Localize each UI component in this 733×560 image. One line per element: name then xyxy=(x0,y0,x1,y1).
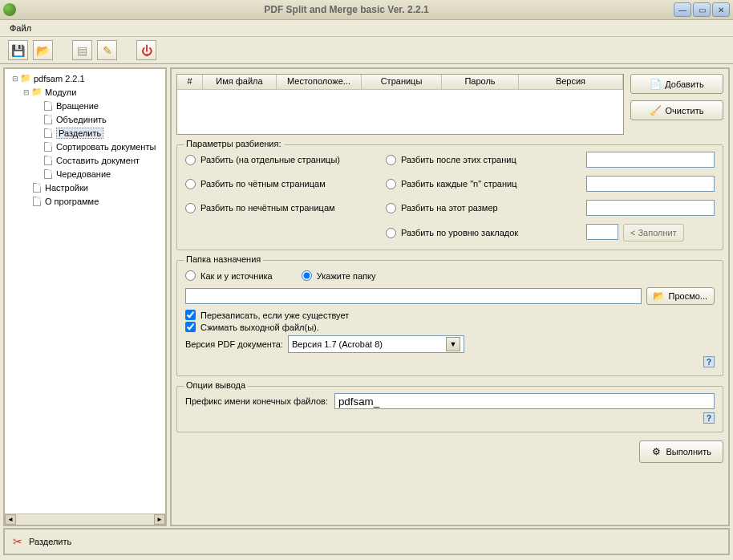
col-pages[interactable]: Страницы xyxy=(362,75,442,89)
col-version[interactable]: Версия xyxy=(519,75,623,89)
tree-horizontal-scrollbar[interactable]: ◄ ► xyxy=(5,513,165,525)
scissors-icon: ✂ xyxy=(13,535,22,548)
output-group: Опции вывода Префикс имени конечных файл… xyxy=(176,386,723,432)
document-icon xyxy=(31,182,43,193)
input-split-n[interactable] xyxy=(586,176,715,192)
file-table[interactable]: # Имя файла Местоположе... Страницы Паро… xyxy=(176,74,624,135)
input-split-size[interactable] xyxy=(586,200,715,216)
execute-button[interactable]: ⚙Выполнить xyxy=(639,440,723,463)
radio-split-even[interactable]: Разбить по чётным страницам xyxy=(185,179,386,189)
scroll-right-icon[interactable]: ► xyxy=(154,514,165,525)
fill-button[interactable]: < Заполнит xyxy=(623,224,684,241)
input-split-after[interactable] xyxy=(586,152,715,168)
input-bookmark-level[interactable] xyxy=(586,224,618,240)
tree-settings[interactable]: Настройки xyxy=(7,181,163,194)
radio-dest-choose[interactable]: Укажите папку xyxy=(302,270,376,281)
col-location[interactable]: Местоположе... xyxy=(277,75,362,89)
document-icon xyxy=(43,128,54,139)
radio-split-single[interactable]: Разбить (на отдельные страницы) xyxy=(185,155,386,165)
radio-split-after[interactable]: Разбить после этих страниц xyxy=(386,155,586,165)
document-icon xyxy=(31,196,43,207)
radio-split-size[interactable]: Разбить на этот размер xyxy=(386,203,586,213)
radio-dest-same[interactable]: Как и у источника xyxy=(185,270,273,281)
brush-icon: ✎ xyxy=(103,44,112,57)
tree-item-sort[interactable]: Сортировать документы xyxy=(7,140,163,153)
split-options-group: Параметры разбиения: Разбить (на отдельн… xyxy=(176,144,723,250)
document-icon xyxy=(43,168,54,180)
radio-split-bookmark[interactable]: Разбить по уровню закладок xyxy=(386,228,586,238)
add-icon: 📄 xyxy=(650,79,661,90)
log-icon: ▤ xyxy=(77,44,87,57)
tree-about[interactable]: О программе xyxy=(7,194,163,208)
tree-modules[interactable]: ⊟📁Модули xyxy=(7,85,163,99)
status-bar: ✂ Разделить xyxy=(3,528,730,555)
toolbar-save-button[interactable]: 💾 xyxy=(8,40,28,60)
help-icon[interactable]: ? xyxy=(703,412,715,424)
col-password[interactable]: Пароль xyxy=(442,75,519,89)
tree-item-split[interactable]: Разделить xyxy=(7,126,163,140)
toolbar-open-button[interactable]: 📂 xyxy=(33,40,53,60)
help-icon[interactable]: ? xyxy=(703,356,715,367)
clear-icon: 🧹 xyxy=(650,105,662,116)
power-icon: ⏻ xyxy=(141,44,152,57)
document-icon xyxy=(43,141,54,152)
main-panel: # Имя файла Местоположе... Страницы Паро… xyxy=(170,67,730,526)
dest-path-input[interactable] xyxy=(185,288,642,304)
col-number[interactable]: # xyxy=(177,75,203,89)
window-title: PDF Split and Merge basic Ver. 2.2.1 xyxy=(21,4,672,15)
out-legend: Опции вывода xyxy=(184,380,248,390)
menu-file[interactable]: Файл xyxy=(5,22,36,34)
status-text: Разделить xyxy=(29,537,71,546)
gear-icon: ⚙ xyxy=(651,446,662,457)
dest-legend: Папка назначения xyxy=(184,254,263,264)
destination-group: Папка назначения Как и у источника Укажи… xyxy=(176,260,723,376)
chevron-down-icon: ▼ xyxy=(446,337,460,351)
folder-open-icon: 📂 xyxy=(36,44,50,57)
scroll-left-icon[interactable]: ◄ xyxy=(5,514,16,525)
menu-bar: Файл xyxy=(0,20,733,37)
folder-icon: 📁 xyxy=(31,87,43,98)
add-button[interactable]: 📄Добавить xyxy=(630,74,723,94)
toolbar: 💾 📂 ▤ ✎ ⏻ xyxy=(0,37,733,64)
tree-root[interactable]: ⊟📁pdfsam 2.2.1 xyxy=(7,71,163,85)
tree-item-merge[interactable]: Объединить xyxy=(7,112,163,126)
save-icon: 💾 xyxy=(11,44,25,57)
tree-item-compose[interactable]: Составить документ xyxy=(7,153,163,167)
check-compress[interactable]: Сжимать выходной файл(ы). xyxy=(185,322,715,332)
title-bar: PDF Split and Merge basic Ver. 2.2.1 — ▭… xyxy=(0,0,733,20)
close-button[interactable]: ✕ xyxy=(712,2,730,17)
check-overwrite[interactable]: Перезаписать, если уже существует xyxy=(185,310,715,320)
browse-button[interactable]: 📂Просмо... xyxy=(646,287,715,305)
version-combo[interactable]: Версия 1.7 (Acrobat 8) ▼ xyxy=(288,335,464,353)
minimize-button[interactable]: — xyxy=(674,2,691,17)
document-icon xyxy=(43,114,54,125)
clear-button[interactable]: 🧹Очистить xyxy=(630,100,723,120)
folder-icon: 📁 xyxy=(20,73,31,84)
version-label: Версия PDF документа: xyxy=(185,339,283,349)
table-header: # Имя файла Местоположе... Страницы Паро… xyxy=(177,75,623,90)
toolbar-clear-button[interactable]: ✎ xyxy=(97,40,117,60)
maximize-button[interactable]: ▭ xyxy=(693,2,711,17)
toolbar-log-button[interactable]: ▤ xyxy=(72,40,92,60)
prefix-label: Префикс имени конечных файлов: xyxy=(185,396,328,406)
col-filename[interactable]: Имя файла xyxy=(203,75,277,89)
sidebar-tree: ⊟📁pdfsam 2.2.1 ⊟📁Модули Вращение Объедин… xyxy=(3,67,167,526)
app-icon xyxy=(3,3,16,16)
tree-item-rotate[interactable]: Вращение xyxy=(7,99,163,112)
radio-split-odd[interactable]: Разбить по нечётным страницам xyxy=(185,203,386,213)
prefix-input[interactable] xyxy=(334,393,715,409)
document-icon xyxy=(43,100,54,112)
folder-icon: 📂 xyxy=(654,290,665,302)
radio-split-every-n[interactable]: Разбить каждые "n" страниц xyxy=(386,179,586,189)
toolbar-exit-button[interactable]: ⏻ xyxy=(136,40,156,60)
document-icon xyxy=(43,155,54,166)
split-legend: Параметры разбиения: xyxy=(184,139,284,148)
tree-item-alternate[interactable]: Чередование xyxy=(7,167,163,181)
content-area: ⊟📁pdfsam 2.2.1 ⊟📁Модули Вращение Объедин… xyxy=(0,64,733,528)
